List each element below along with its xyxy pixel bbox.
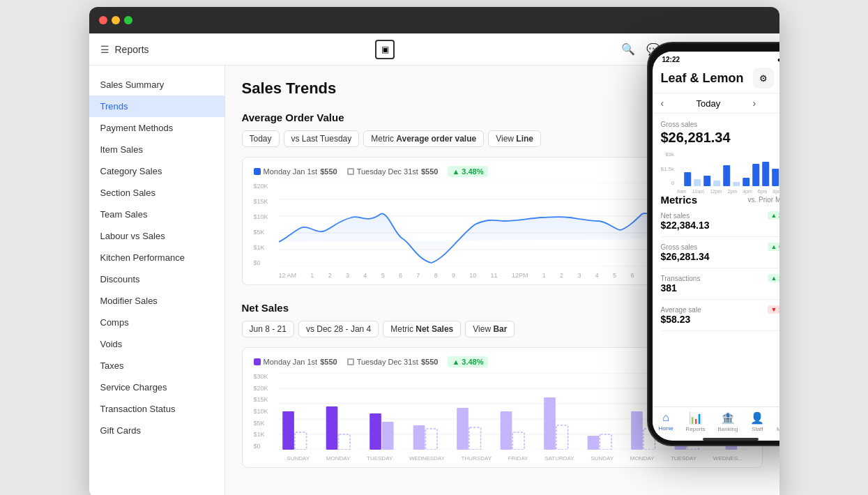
phone-nav-reports[interactable]: 📊 Reports bbox=[686, 411, 706, 432]
phone-date-next[interactable]: › bbox=[753, 98, 756, 109]
net-legend-item-1: Monday Jan 1st $550 bbox=[254, 358, 337, 366]
window-controls bbox=[99, 16, 132, 24]
sidebar-item-category-sales[interactable]: Category Sales bbox=[89, 160, 224, 182]
legend-label-2: Tuesday Dec 31st bbox=[357, 167, 418, 176]
svg-rect-34 bbox=[694, 179, 701, 186]
metric-change-gross-sales: ▲ 0.40% bbox=[768, 243, 779, 251]
phone-time: 12:22 bbox=[662, 56, 680, 63]
metrics-header: Metrics vs. Prior Monday bbox=[661, 194, 779, 206]
phone-nav-home[interactable]: ⌂ Home bbox=[658, 411, 673, 432]
sidebar-item-service-charges[interactable]: Service Charges bbox=[89, 376, 224, 398]
net-legend-dot-2 bbox=[347, 358, 354, 365]
sidebar-item-team-sales[interactable]: Team Sales bbox=[89, 204, 224, 225]
avg-order-filter-vs[interactable]: vs Last Tuesday bbox=[284, 130, 360, 147]
legend-item-1: Monday Jan 1st $550 bbox=[254, 167, 337, 176]
app-logo: ▣ bbox=[375, 40, 395, 59]
phone-nav-label-home: Home bbox=[658, 425, 673, 432]
mini-chart-area: $3k $1.5k 0 bbox=[661, 151, 779, 194]
minimize-button[interactable] bbox=[112, 16, 120, 24]
titlebar bbox=[89, 7, 779, 33]
svg-rect-18 bbox=[413, 425, 425, 450]
svg-rect-33 bbox=[684, 172, 691, 186]
svg-rect-16 bbox=[370, 413, 381, 450]
phone-screen: 12:22 ●●● ▲ Leaf & Lemon ⚙ 🔔 5 ‹ Today › bbox=[653, 52, 779, 441]
phone-nav-banking[interactable]: 🏦 Banking bbox=[717, 411, 738, 432]
phone-navbar: ⌂ Home 📊 Reports 🏦 Banking 👤 Staff 💬 bbox=[653, 406, 779, 435]
net-sales-filter-metric[interactable]: Metric Net Sales bbox=[383, 321, 461, 337]
sidebar-item-comps[interactable]: Comps bbox=[89, 312, 224, 333]
nav-title: Reports bbox=[115, 44, 149, 55]
banking-icon: 🏦 bbox=[721, 411, 735, 425]
avg-order-filter-today[interactable]: Today bbox=[242, 130, 280, 147]
svg-rect-39 bbox=[743, 178, 749, 186]
svg-rect-40 bbox=[752, 164, 759, 186]
metrics-vs: vs. Prior Monday bbox=[747, 196, 779, 204]
close-button[interactable] bbox=[99, 16, 107, 24]
metrics-title: Metrics bbox=[661, 194, 698, 206]
svg-rect-36 bbox=[713, 181, 720, 186]
svg-rect-42 bbox=[772, 169, 779, 186]
metric-row-avg-sale: Average sale ▼ 1.36% $58.23 bbox=[661, 305, 779, 331]
svg-rect-27 bbox=[600, 434, 611, 450]
metric-val-gross-sales: $26,281.34 bbox=[661, 251, 779, 262]
legend-item-2: Tuesday Dec 31st $550 bbox=[347, 167, 439, 176]
metric-change-transactions: ▲ 1.82% bbox=[768, 274, 779, 282]
phone-signal: ●●● ▲ bbox=[777, 56, 779, 63]
sidebar-item-section-sales[interactable]: Section Sales bbox=[89, 182, 224, 204]
search-icon[interactable]: 🔍 bbox=[621, 43, 635, 56]
metric-change-avg-sale: ▼ 1.36% bbox=[768, 305, 779, 314]
metric-row-gross-sales: Gross sales ▲ 0.40% $26,281.34 bbox=[661, 243, 779, 268]
sidebar-item-gift-cards[interactable]: Gift Cards bbox=[89, 420, 224, 441]
mini-x-labels: 8am 10am 12pm 2pm 4pm 6pm 8pm 10pm bbox=[677, 189, 779, 194]
app-window: ☰ Reports ▣ 🔍 💬 🔔 ℹ Leaf & Lemon Sales S… bbox=[89, 7, 779, 495]
sidebar-item-voids[interactable]: Voids bbox=[89, 333, 224, 355]
sidebar-item-trends[interactable]: Trends bbox=[89, 96, 224, 117]
phone-nav-messages[interactable]: 💬 Messages 5 bbox=[777, 411, 779, 432]
sidebar-item-payment-methods[interactable]: Payment Methods bbox=[89, 117, 224, 139]
phone-date-label: Today bbox=[696, 98, 720, 109]
svg-rect-21 bbox=[469, 427, 480, 450]
sidebar-item-kitchen-performance[interactable]: Kitchen Performance bbox=[89, 247, 224, 268]
sidebar-item-labour-vs-sales[interactable]: Labour vs Sales bbox=[89, 225, 224, 247]
svg-rect-41 bbox=[762, 162, 769, 186]
net-sales-filter-view[interactable]: View Bar bbox=[465, 321, 515, 337]
phone-app-title: Leaf & Lemon bbox=[661, 71, 744, 86]
metric-val-net-sales: $22,384.13 bbox=[661, 220, 779, 231]
net-sales-filter-vs[interactable]: vs Dec 28 - Jan 4 bbox=[298, 321, 379, 337]
sidebar-item-sales-summary[interactable]: Sales Summary bbox=[89, 74, 224, 96]
hamburger-icon[interactable]: ☰ bbox=[100, 44, 109, 55]
svg-rect-37 bbox=[723, 165, 730, 186]
sidebar: Sales Summary Trends Payment Methods Ite… bbox=[89, 66, 225, 495]
metric-change-net-sales: ▲ 2.41% bbox=[768, 211, 779, 220]
phone-content: Gross sales $26,281.34 $3k $1.5k 0 bbox=[653, 114, 779, 406]
svg-rect-25 bbox=[556, 425, 568, 450]
phone-app-header: Leaf & Lemon ⚙ 🔔 5 bbox=[653, 65, 779, 93]
phone-date-prev[interactable]: ‹ bbox=[661, 98, 664, 109]
metric-name-gross-sales: Gross sales bbox=[661, 243, 698, 251]
sidebar-item-discounts[interactable]: Discounts bbox=[89, 268, 224, 290]
net-sales-filter-date[interactable]: Jun 8 - 21 bbox=[242, 321, 294, 337]
staff-icon: 👤 bbox=[750, 411, 764, 425]
legend-dot-solid bbox=[254, 168, 261, 175]
phone-settings-button[interactable]: ⚙ bbox=[753, 68, 774, 89]
net-sales-badge: ▲ 3.48% bbox=[448, 356, 487, 367]
home-icon: ⌂ bbox=[662, 411, 669, 424]
phone-overlay: 12:22 ●●● ▲ Leaf & Lemon ⚙ 🔔 5 ‹ Today › bbox=[647, 42, 779, 446]
sidebar-item-item-sales[interactable]: Item Sales bbox=[89, 139, 224, 160]
avg-order-filter-metric[interactable]: Metric Average order value bbox=[363, 130, 484, 147]
maximize-button[interactable] bbox=[124, 16, 132, 24]
svg-rect-23 bbox=[512, 432, 524, 450]
sidebar-item-transaction-status[interactable]: Transaction Status bbox=[89, 398, 224, 420]
sidebar-item-modifier-sales[interactable]: Modifier Sales bbox=[89, 290, 224, 312]
avg-order-filter-view[interactable]: View Line bbox=[488, 130, 541, 147]
metric-name-net-sales: Net sales bbox=[661, 212, 690, 220]
phone-nav-staff[interactable]: 👤 Staff bbox=[750, 411, 764, 432]
svg-rect-12 bbox=[282, 411, 294, 450]
bar-y-axis: $30K $20K $15K $10K $5K $1K $0 bbox=[254, 373, 276, 450]
phone-nav-label-staff: Staff bbox=[752, 426, 763, 432]
sidebar-item-taxes[interactable]: Taxes bbox=[89, 355, 224, 376]
phone-header-icons: ⚙ 🔔 5 bbox=[753, 68, 779, 89]
metric-row-transactions: Transactions ▲ 1.82% 381 bbox=[661, 274, 779, 300]
phone-nav-label-messages: Messages bbox=[777, 426, 779, 432]
net-legend-item-2: Tuesday Dec 31st $550 bbox=[347, 358, 439, 366]
